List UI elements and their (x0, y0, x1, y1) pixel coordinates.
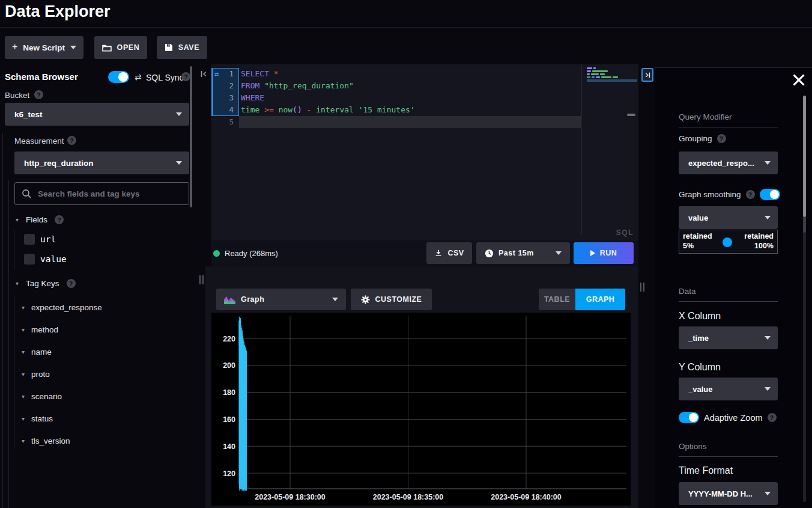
customize-button[interactable]: CUSTOMIZE (351, 289, 432, 310)
tag-key-item[interactable]: ▾method (14, 319, 102, 341)
field-item[interactable]: value (14, 249, 67, 269)
code-line[interactable]: SELECT * (239, 68, 415, 80)
field-checkbox[interactable] (24, 254, 35, 265)
code-line[interactable]: WHERE (239, 92, 415, 104)
schema-browser-title: Schema Browser (5, 72, 78, 82)
tag-key-label: expected_response (31, 303, 102, 312)
graph-canvas[interactable]: 2202001801601401202023-05-09 18:30:00202… (211, 313, 631, 506)
grouping-dropdown[interactable]: expected_respo... (679, 151, 778, 174)
measurement-dropdown[interactable]: http_req_duration (14, 151, 189, 174)
expand-panel-button[interactable] (641, 68, 653, 82)
plus-icon: + (12, 41, 17, 52)
y-column-dropdown[interactable]: _value (679, 378, 778, 400)
chevron-down-icon[interactable]: ▾ (22, 438, 25, 444)
chevron-down-icon[interactable]: ▾ (22, 304, 25, 311)
table-view-button[interactable]: TABLE (539, 289, 575, 310)
tag-keys-label: Tag Keys (26, 279, 59, 288)
line-number: 4 (211, 104, 239, 116)
tag-key-item[interactable]: ▾expected_response (14, 296, 102, 319)
left-splitter-handle[interactable] (199, 275, 204, 284)
panel-scrollbar-thumb[interactable] (803, 96, 806, 217)
chart-container: 2202001801601401202023-05-09 18:30:00202… (211, 313, 631, 506)
chevron-down-icon[interactable]: ▾ (22, 393, 25, 400)
code-line[interactable]: FROM "http_req_duration" (239, 80, 415, 92)
tag-key-item[interactable]: ▾name (14, 341, 102, 363)
bucket-dropdown-value: k6_test (14, 110, 176, 119)
y-column-value: _value (688, 385, 765, 394)
help-icon[interactable]: ? (717, 134, 726, 143)
adaptive-zoom-toggle[interactable] (679, 412, 699, 423)
help-icon[interactable]: ? (55, 215, 64, 224)
chevron-down-icon (765, 387, 771, 391)
field-checkbox[interactable] (24, 234, 35, 245)
line-number: 2 (211, 80, 239, 92)
graph-smoothing-toggle[interactable] (760, 189, 780, 200)
options-panel: Query Modifier Grouping ? expected_respo… (655, 67, 812, 508)
graph-type-dropdown[interactable]: Graph (216, 289, 346, 310)
close-icon[interactable] (792, 73, 806, 87)
measurement-dropdown-value: http_req_duration (24, 159, 176, 168)
chevron-down-icon[interactable]: ▾ (22, 371, 25, 378)
open-button[interactable]: OPEN (94, 36, 147, 59)
status-text: Ready (268ms) (225, 249, 278, 258)
tag-key-item[interactable]: ▾status (14, 408, 102, 430)
help-icon[interactable]: ? (746, 190, 755, 199)
search-input[interactable] (14, 182, 189, 205)
new-script-button[interactable]: + New Script (5, 36, 83, 59)
field-item[interactable]: url (14, 229, 67, 249)
right-splitter-handle[interactable] (640, 283, 644, 292)
graph-smoothing-row: Graph smoothing ? (679, 189, 787, 200)
chevron-down-icon[interactable]: ▾ (22, 349, 25, 355)
chevron-down-icon (176, 161, 182, 165)
help-icon[interactable]: ? (67, 279, 76, 288)
tag-key-item[interactable]: ▾proto (14, 363, 102, 385)
collapse-sidebar-icon[interactable] (200, 70, 208, 81)
tag-key-label: tls_version (31, 436, 70, 445)
sidebar-scrollbar[interactable] (190, 66, 192, 207)
editor-code[interactable]: SELECT *FROM "http_req_duration"WHEREtim… (239, 68, 415, 128)
time-format-label: Time Format (679, 465, 778, 476)
fields-section-header[interactable]: ▾ Fields ? (16, 215, 64, 224)
smoothing-column-dropdown[interactable]: value (679, 206, 778, 229)
code-line[interactable] (239, 116, 415, 128)
new-script-label: New Script (23, 43, 65, 52)
csv-download-button[interactable]: CSV (426, 242, 472, 264)
data-explorer-app: Data Explorer + New Script OPEN SAVE Sch… (0, 0, 812, 508)
retained-slider-knob[interactable] (723, 237, 732, 247)
chevron-down-icon[interactable]: ▾ (22, 415, 25, 422)
help-icon[interactable]: ? (34, 90, 43, 99)
svg-text:220: 220 (223, 335, 235, 343)
tag-keys-list: ▾expected_response▾method▾name▾proto▾sce… (14, 296, 102, 452)
help-icon[interactable]: ? (67, 136, 76, 145)
panel-scrollbar-shadow (803, 217, 806, 233)
chevron-down-icon[interactable]: ▾ (22, 326, 25, 333)
tag-key-label: name (31, 347, 52, 357)
x-column-dropdown[interactable]: _time (679, 326, 778, 349)
help-icon[interactable]: ? (181, 72, 190, 81)
tag-key-item[interactable]: ▾scenario (14, 385, 102, 408)
sql-editor[interactable]: ⇄12345 SELECT *FROM "http_req_duration"W… (211, 64, 638, 240)
help-icon[interactable]: ? (768, 413, 777, 422)
tag-key-item[interactable]: ▾tls_version (14, 430, 102, 452)
chevron-down-icon[interactable]: ▾ (16, 216, 19, 223)
save-button[interactable]: SAVE (157, 36, 207, 59)
tag-key-label: status (31, 414, 53, 423)
bucket-label: Bucket (5, 91, 29, 100)
editor-minimap[interactable] (587, 67, 638, 82)
svg-text:2023-05-09 18:35:00: 2023-05-09 18:35:00 (373, 493, 443, 501)
clock-icon (485, 249, 494, 258)
measurement-label: Measurement (14, 136, 64, 145)
tag-keys-section-header[interactable]: ▾ Tag Keys ? (16, 279, 76, 288)
bucket-dropdown[interactable]: k6_test (5, 103, 189, 126)
graph-view-button[interactable]: GRAPH (575, 289, 625, 310)
svg-text:140: 140 (223, 442, 235, 451)
code-line[interactable]: time >= now() - interval '15 minutes' (239, 104, 415, 116)
retained-min-label: retained 5% (683, 232, 719, 251)
run-button[interactable]: RUN (574, 242, 634, 264)
download-icon (434, 249, 443, 257)
chevron-down-icon[interactable]: ▾ (16, 280, 19, 287)
time-format-dropdown[interactable]: YYYY-MM-DD H... (679, 482, 778, 505)
minimap-scroll-indicator[interactable] (627, 114, 635, 116)
time-range-button[interactable]: Past 15m (476, 242, 570, 264)
sql-sync-toggle[interactable] (108, 71, 129, 83)
